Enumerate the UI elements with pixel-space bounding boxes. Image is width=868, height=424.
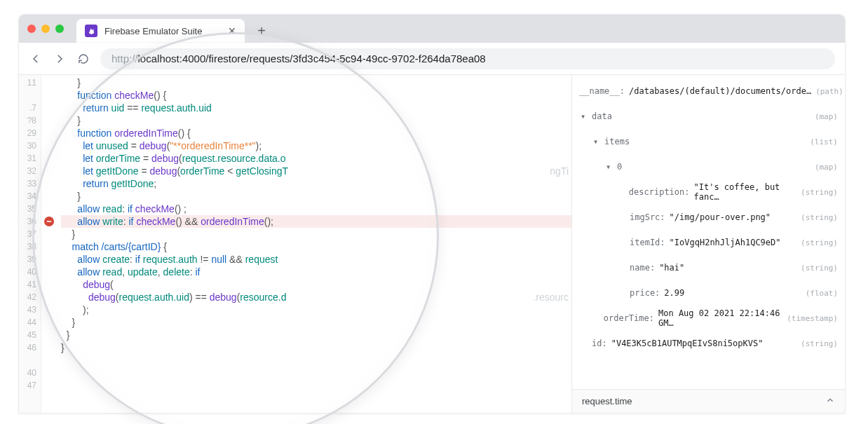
line-number: 32	[19, 165, 41, 177]
data-row: orderTime: Mon Aug 02 2021 22:14:46 GM…(…	[579, 309, 838, 327]
marker-gutter	[41, 75, 57, 413]
browser-window: Firebase Emulator Suite ✕ + http://local…	[18, 14, 846, 413]
line-number: 30	[19, 139, 41, 152]
marker-cell	[41, 291, 57, 303]
maximize-window-button[interactable]	[55, 25, 64, 33]
line-number: 36	[19, 215, 41, 228]
marker-cell	[41, 379, 57, 392]
caret-icon[interactable]: ▾	[606, 162, 613, 172]
code-line: match /carts/{cartID} {	[61, 240, 571, 253]
data-key: imgSrc:	[630, 212, 665, 222]
marker-cell	[41, 89, 57, 102]
tab-bar: Firebase Emulator Suite ✕ +	[19, 15, 845, 43]
data-type: (path)	[815, 87, 843, 96]
code-line: }	[61, 114, 571, 127]
marker-cell	[41, 316, 57, 329]
marker-cell	[41, 102, 57, 114]
line-number: 34	[19, 190, 41, 203]
window-controls	[27, 15, 64, 43]
chevron-up-icon	[825, 395, 835, 407]
data-row: imgSrc: "/img/pour-over.png"(string)	[579, 208, 838, 226]
code-line: let unused = debug("**orderedInTime**");	[61, 139, 571, 152]
svg-rect-0	[47, 221, 51, 222]
line-number: 39	[19, 253, 41, 266]
line-number: 42	[19, 291, 41, 303]
line-number-gutter: 11.7?82930313233343536373839404142434445…	[19, 75, 41, 413]
marker-cell	[41, 152, 57, 165]
line-number: 45	[19, 329, 41, 341]
panel-footer-request-time[interactable]: request.time	[572, 389, 845, 413]
line-number: 47	[19, 379, 41, 392]
caret-icon[interactable]: ▾	[593, 137, 600, 146]
minimize-window-button[interactable]	[41, 25, 50, 33]
browser-tab[interactable]: Firebase Emulator Suite ✕	[76, 19, 245, 43]
line-number: .7	[19, 102, 41, 114]
data-row: description: "It's coffee, but fanc…(str…	[579, 183, 838, 201]
code-line: }	[61, 316, 571, 329]
data-type: (timestamp)	[787, 314, 838, 323]
code-line: function checkMe() {	[61, 89, 571, 102]
marker-cell	[41, 329, 57, 341]
address-bar[interactable]: http://localhost:4000/firestore/requests…	[100, 48, 835, 69]
marker-cell	[41, 76, 57, 89]
marker-cell	[41, 266, 57, 278]
data-key: data	[592, 111, 612, 121]
code-line: allow read, update, delete: if	[61, 266, 571, 278]
data-type: (list)	[810, 137, 838, 146]
forward-button[interactable]	[53, 52, 67, 66]
line-number: 38	[19, 240, 41, 253]
line-number: 44	[19, 316, 41, 329]
request-data-panel: __name__: /databases/(default)/documents…	[571, 75, 845, 413]
code-line: let orderTime = debug(request.resource.d…	[61, 152, 571, 165]
line-number: 43	[19, 303, 41, 316]
marker-cell	[41, 177, 57, 190]
code-line: }	[61, 341, 571, 354]
marker-cell	[41, 190, 57, 203]
code-line: allow read: if checkMe() ;	[61, 203, 571, 215]
code-line: return uid == request.auth.uid	[61, 102, 571, 114]
data-type: (string)	[801, 339, 838, 348]
data-value: "IoVgqH2nhJljAh1QC9eD"	[670, 238, 781, 247]
back-button[interactable]	[29, 52, 43, 66]
close-window-button[interactable]	[27, 25, 36, 33]
reload-button[interactable]	[76, 52, 90, 66]
browser-toolbar: http://localhost:4000/firestore/requests…	[19, 43, 845, 75]
line-number: 33	[19, 177, 41, 190]
line-number: 37	[19, 228, 41, 240]
line-number: 31	[19, 152, 41, 165]
data-value: /databases/(default)/documents/orde…	[629, 86, 811, 96]
marker-cell	[41, 367, 57, 379]
line-number: 46	[19, 341, 41, 354]
data-value: "hai"	[659, 263, 684, 273]
error-marker-icon[interactable]	[44, 217, 54, 226]
data-value: "/img/pour-over.png"	[670, 212, 771, 222]
caret-icon[interactable]: ▾	[581, 111, 588, 121]
code-editor[interactable]: } function checkMe() { return uid == req…	[57, 75, 571, 413]
data-row: price: 2.99(float)	[579, 284, 838, 302]
code-line	[61, 367, 571, 379]
firebase-favicon-icon	[85, 25, 97, 37]
url-protocol: http://	[111, 53, 138, 64]
data-row[interactable]: ▾items(list)	[579, 132, 838, 151]
data-row[interactable]: ▾data(map)	[579, 107, 838, 125]
code-line: return getItDone;	[61, 177, 571, 190]
code-line: );	[61, 303, 571, 316]
data-row[interactable]: ▾0(map)	[579, 158, 838, 176]
data-type: (map)	[815, 112, 838, 121]
line-number: 40	[19, 266, 41, 278]
code-line: let getItDone = debug(orderTime < getClo…	[61, 165, 571, 177]
new-tab-button[interactable]: +	[252, 21, 271, 41]
line-number: 35	[19, 203, 41, 215]
close-tab-icon[interactable]: ✕	[228, 25, 236, 36]
data-type: (string)	[801, 213, 838, 222]
code-line: }	[61, 190, 571, 203]
data-type: (string)	[801, 264, 838, 273]
data-key: orderTime:	[604, 313, 654, 323]
marker-cell	[41, 278, 57, 291]
data-type: (string)	[801, 188, 838, 197]
data-value: "V4E3K5cB1AUTMpqEIvS8ni5opKVS"	[611, 338, 764, 348]
line-number: 40	[19, 367, 41, 379]
marker-cell	[41, 253, 57, 266]
line-number: 29	[19, 127, 41, 139]
code-line: allow create: if request.auth != null &&…	[61, 253, 571, 266]
